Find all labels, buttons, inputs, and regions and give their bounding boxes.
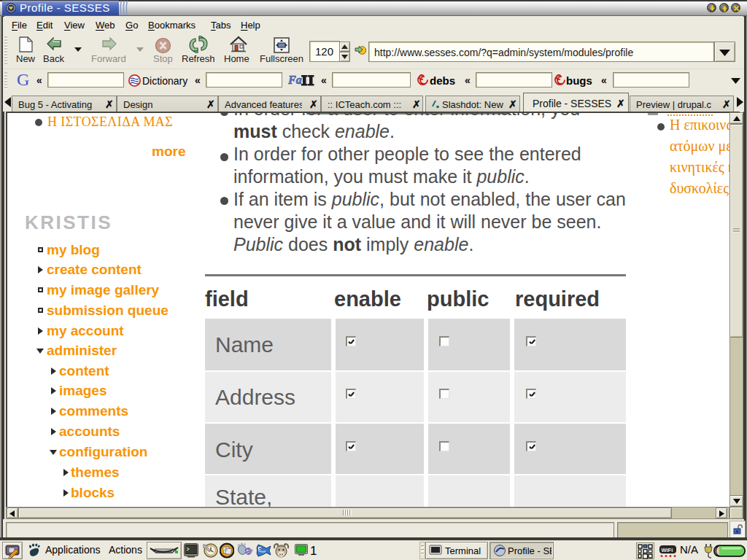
svg-text:WiFi: WiFi	[662, 547, 673, 553]
svg-text:Fa: Fa	[288, 74, 302, 86]
